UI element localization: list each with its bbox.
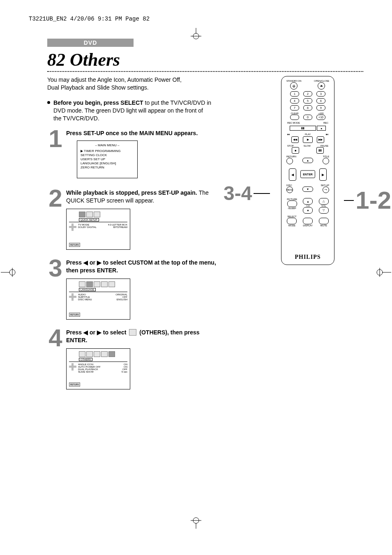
mute-button[interactable] (319, 218, 329, 224)
open-close-button[interactable]: ⏏ (318, 82, 325, 90)
recmode-label: REC MODE (287, 122, 300, 124)
registration-mark-top (189, 28, 203, 40)
standby-on-button[interactable]: ⏻ (290, 82, 297, 90)
disc-menu-button[interactable]: MENU (286, 187, 293, 193)
category-bar: DVD (47, 39, 134, 47)
step-3: 3 Press ◀ or ▶ to select CUSTOM at the t… (47, 259, 220, 320)
setup-tab-icon (101, 281, 108, 287)
left-arrow-button[interactable]: ◀ (289, 168, 296, 181)
return-button-icon: RETURN (69, 313, 80, 317)
dpad-icon (69, 293, 76, 301)
others-screen: OTHERS ANGLE ICONON AUTO POWER OFFON DUA… (66, 348, 130, 389)
pause-button[interactable]: ▮▮ (316, 147, 324, 154)
step-4-text: Press ◀ or ▶ to select (OTHERS), then pr… (66, 329, 220, 344)
callout-1-2-text: 1-2 (355, 186, 391, 214)
step-3-pre: Press (66, 259, 83, 266)
display-label: DISPLAY (303, 224, 313, 227)
setup-button[interactable]: ↪ (323, 187, 329, 193)
right-arrow-button[interactable]: ▶ (319, 168, 327, 181)
down-arrow-button[interactable]: ▼ (302, 187, 313, 192)
step-4: 4 Press ◀ or ▶ to select (OTHERS), then … (47, 329, 220, 389)
others-row-l: SLIDE SHOW (78, 371, 94, 373)
step-4-mid: to select (101, 329, 128, 336)
registration-mark-right (375, 267, 391, 278)
plus10-button[interactable]: +10 (316, 115, 325, 120)
setup-tab-icon (94, 281, 100, 287)
dpad-enter-ring: ◀ ENTER ▶ (289, 167, 327, 182)
step-1: 1 Press SET-UP once so the MAIN MENU app… (47, 129, 220, 178)
step-2-number: 2 (47, 187, 64, 210)
numpad-0[interactable]: 0 (303, 115, 312, 120)
remote-illustration: 3-4 1-2 STANDBY-ON ⏻ OPEN/CLOSE ⏏ 1 2 (261, 76, 355, 265)
ch-down-button[interactable]: ▼ (303, 207, 313, 214)
fastforward-button[interactable]: ▶▶ (317, 136, 324, 143)
setup-tab-icon (108, 281, 115, 287)
callout-3-4: 3-4 (224, 182, 270, 205)
dpad-icon (69, 363, 76, 371)
step-1-number: 1 (47, 128, 64, 150)
return-button-icon: RETURN (69, 382, 80, 387)
mode-label: MODE (288, 224, 295, 227)
vol-up-button[interactable]: △ (319, 198, 329, 205)
stop-button[interactable]: ■ (292, 147, 299, 154)
step-4-number: 4 (47, 327, 64, 349)
dpad-icon (69, 223, 76, 231)
setup-tab-icon (79, 281, 85, 287)
qs-row-l: DOLBY DIGITAL (78, 226, 97, 228)
main-menu-title: – MAIN MENU – (81, 143, 134, 147)
language-label: LANGUAGE (79, 288, 96, 291)
language-screen: LANGUAGE AUDIOORIGINAL SUBTITLEOFF DISC … (66, 279, 130, 320)
intro-text: You may adjust the Angle Icon, Automatic… (47, 76, 187, 92)
picture-sleep-button[interactable] (287, 200, 297, 207)
up-arrow-button[interactable]: ▲ (302, 158, 313, 163)
qs-row-r: BITSTREAM (113, 226, 127, 228)
others-tab-icon (129, 329, 136, 336)
select-button[interactable] (287, 218, 297, 224)
mute-label: MUTE (321, 224, 327, 227)
setup-label: SET-UP (321, 184, 329, 187)
left-right-arrows-icon: ◀ or ▶ (83, 329, 101, 336)
numpad-6[interactable]: 6 (316, 98, 325, 104)
step-2-text: While playback is stopped, press SET-UP … (66, 189, 220, 205)
before-begin-bold: Before you begin, press SELECT (53, 99, 143, 106)
numpad-1[interactable]: 1 (290, 91, 299, 97)
setup-tab-icon (79, 212, 85, 217)
numpad-9[interactable]: 9 (316, 105, 325, 111)
quick-setup-screen: QUICK SETUP TV MODE4:3 LETTER BOX DOLBY … (66, 209, 130, 250)
remote-body: STANDBY-ON ⏻ OPEN/CLOSE ⏏ 1 2 3 4 5 6 (281, 76, 334, 265)
display-button[interactable] (303, 218, 313, 224)
step-2: 2 While playback is stopped, press SET-U… (47, 189, 220, 250)
numpad-7[interactable]: 7 (290, 105, 299, 111)
rewind-button[interactable]: ◀◀ (291, 136, 299, 143)
play-button[interactable]: ▶ (303, 136, 313, 143)
clear-button[interactable] (290, 115, 299, 120)
numpad-8[interactable]: 8 (303, 105, 312, 111)
numpad-3[interactable]: 3 (316, 91, 325, 97)
bullet-icon (47, 101, 50, 104)
numpad-5[interactable]: 5 (303, 98, 312, 104)
enter-button[interactable]: ENTER (300, 170, 315, 178)
philips-brand-label: PHILIPS (281, 254, 334, 260)
prev-track-icon: ⏮ (287, 133, 290, 136)
ch-up-button[interactable]: ▲ (303, 198, 313, 205)
step-3-number: 3 (47, 257, 64, 279)
setup-tab-icon (94, 212, 100, 217)
step-1-text: Press SET-UP once so the MAIN MENU appea… (66, 129, 220, 137)
step-2-bold: While playback is stopped, press SET-UP … (66, 189, 197, 196)
numpad-4[interactable]: 4 (290, 98, 299, 104)
callout-1-2: 1-2 (344, 186, 391, 214)
return-button[interactable] (286, 158, 293, 164)
vol-down-button[interactable]: ▽ (319, 207, 329, 214)
title-rule (47, 71, 363, 72)
registration-mark-bottom (189, 516, 203, 529)
others-label: OTHERS (79, 358, 92, 361)
registration-mark-left (1, 267, 17, 278)
recmode-bar[interactable]: ▮▮ ● (290, 126, 326, 131)
main-menu-item: ▶ TIMER PROGRAMMING (81, 149, 134, 153)
title-button[interactable] (323, 158, 329, 164)
numpad-2[interactable]: 2 (303, 91, 312, 97)
main-menu-screen: – MAIN MENU – ▶ TIMER PROGRAMMING SETTIN… (77, 140, 138, 178)
setup-tab-icon (94, 351, 100, 357)
quick-setup-label: QUICK SETUP (79, 218, 99, 221)
main-menu-item: SETTING CLOCK (81, 153, 134, 157)
